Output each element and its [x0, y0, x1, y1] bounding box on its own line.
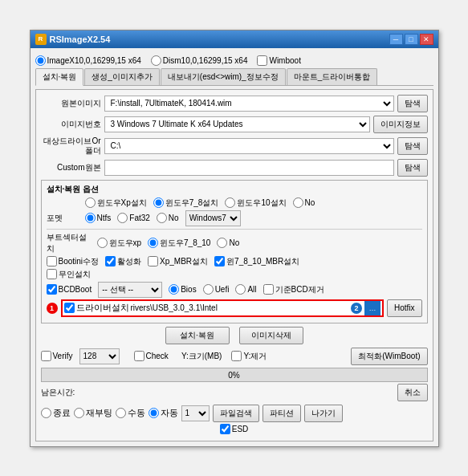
- manual-radio[interactable]: [116, 408, 126, 418]
- tab-setup-restore[interactable]: 설치·복원: [35, 68, 84, 86]
- reboot-radio[interactable]: [74, 408, 84, 418]
- close-button[interactable]: ✕: [420, 34, 433, 45]
- target-select[interactable]: C:\: [104, 138, 394, 154]
- size-select[interactable]: 128: [79, 348, 120, 364]
- bootini-item[interactable]: Bootini수정: [47, 256, 100, 267]
- bootini-checkbox[interactable]: [47, 256, 57, 266]
- bcd-clear-item[interactable]: 기준BCD제거: [263, 284, 324, 295]
- dism-radio-item[interactable]: Dism10,0,16299,15 x64: [151, 55, 248, 66]
- maximize-button[interactable]: □: [405, 34, 418, 45]
- driver-browse-button[interactable]: …: [364, 301, 381, 315]
- hotfix-button[interactable]: Hotfix: [387, 299, 422, 317]
- options-title: 설치·복원 옵션: [47, 184, 422, 195]
- manual-item[interactable]: 수동: [116, 407, 145, 419]
- ntfs-label: Ntfs: [97, 214, 112, 222]
- target-browse-button[interactable]: 탐색: [397, 137, 428, 155]
- end-radio[interactable]: [41, 408, 51, 418]
- target-row: 대상드라이브Or 폴더 C:\ 탐색: [41, 136, 428, 156]
- bios-radio[interactable]: [169, 284, 179, 295]
- delete-image-button[interactable]: 이미지삭제: [239, 327, 303, 344]
- win10-install-radio[interactable]: [225, 197, 235, 208]
- auto-item[interactable]: 자동: [149, 407, 178, 419]
- image-num-select[interactable]: 3 Windows 7 Ultimate K x64 Updates: [104, 116, 370, 132]
- activate-item[interactable]: 활성화: [105, 256, 141, 267]
- partition-button[interactable]: 파티션: [262, 405, 301, 422]
- win10-install-item[interactable]: 윈도우10설치: [225, 197, 286, 209]
- boot-78-item[interactable]: 윈도우7_8_10: [148, 238, 210, 249]
- custom-browse-button[interactable]: 탐색: [397, 159, 428, 177]
- imagex-radio-item[interactable]: ImageX10,0,16299,15 x64: [35, 55, 141, 66]
- esd-checkbox[interactable]: [220, 424, 230, 434]
- image-info-button[interactable]: 이미지정보: [373, 116, 428, 133]
- activate-label: 활성화: [117, 256, 141, 267]
- nofmt-item[interactable]: No: [157, 213, 179, 223]
- wimboot-checkbox[interactable]: [257, 55, 267, 66]
- check-item[interactable]: Check: [134, 351, 169, 361]
- y-remove-item[interactable]: Y:제거: [231, 351, 267, 362]
- unattend-item[interactable]: 무인설치: [47, 269, 91, 280]
- bcd-clear-checkbox[interactable]: [263, 284, 274, 295]
- bcd-select[interactable]: -- 선택 --: [98, 282, 162, 298]
- win78-install-item[interactable]: 윈도우7_8설치: [153, 197, 219, 209]
- driver-checkbox[interactable]: [64, 303, 75, 313]
- boot-no-item[interactable]: No: [217, 238, 239, 248]
- tab-export[interactable]: 내보내기(esd<>wim)_정보수정: [161, 68, 286, 85]
- win78-mbr-checkbox[interactable]: [214, 256, 225, 266]
- y-remove-checkbox[interactable]: [231, 351, 242, 361]
- dism-radio[interactable]: [151, 55, 161, 66]
- verify-checkbox[interactable]: [41, 351, 51, 361]
- uefi-item[interactable]: Uefi: [203, 284, 230, 295]
- end-item[interactable]: 종료: [41, 407, 71, 419]
- wimboot-radio-item[interactable]: Wimboot: [257, 55, 300, 66]
- install-restore-button[interactable]: 설치·복원: [165, 327, 230, 344]
- win78-mbr-item[interactable]: 윈7_8_10_MBR설치: [214, 256, 299, 267]
- num-select[interactable]: 1: [181, 405, 210, 421]
- bcdboot-label: BCDBoot: [59, 285, 92, 294]
- cancel-button[interactable]: 취소: [397, 384, 428, 401]
- bcdboot-checkbox[interactable]: [47, 284, 57, 295]
- minimize-button[interactable]: ─: [389, 34, 403, 45]
- win78-install-radio[interactable]: [153, 197, 164, 208]
- imagex-radio[interactable]: [35, 55, 46, 66]
- bcdboot-item[interactable]: BCDBoot: [47, 284, 92, 295]
- target-label: 대상드라이브Or 폴더: [41, 136, 101, 156]
- progress-bar-container: 0%: [41, 368, 428, 382]
- activate-checkbox[interactable]: [105, 256, 116, 266]
- verify-item[interactable]: Verify: [41, 351, 73, 361]
- format-select[interactable]: Windows7: [185, 210, 241, 226]
- nofmt-radio[interactable]: [157, 213, 167, 223]
- boot-xp-radio[interactable]: [97, 238, 108, 248]
- boot-78-radio[interactable]: [148, 238, 158, 248]
- no-install-item[interactable]: No: [293, 197, 315, 208]
- check-checkbox[interactable]: [134, 351, 144, 361]
- tab-mount-driver[interactable]: 마운트_드라이버통합: [287, 68, 378, 85]
- driver-path: rivers\USB_3.0_3.1\Intel: [131, 303, 349, 312]
- no-install-radio[interactable]: [293, 197, 303, 208]
- all-item[interactable]: All: [235, 284, 256, 295]
- fat32-radio[interactable]: [117, 213, 128, 223]
- esd-item[interactable]: ESD: [220, 424, 249, 434]
- uefi-radio[interactable]: [203, 284, 214, 295]
- ntfs-item[interactable]: Ntfs: [85, 213, 112, 223]
- bios-item[interactable]: Bios: [169, 284, 196, 295]
- all-radio[interactable]: [235, 284, 246, 295]
- boot-no-radio[interactable]: [217, 238, 227, 248]
- source-browse-button[interactable]: 탐색: [397, 95, 428, 112]
- auto-radio[interactable]: [149, 408, 159, 418]
- boot-xp-item[interactable]: 윈도우xp: [97, 238, 142, 249]
- source-select[interactable]: F:\install, 7UltimateK, 180414.wim: [104, 96, 394, 112]
- file-search-button[interactable]: 파일검색: [213, 405, 259, 422]
- winxp-install-radio[interactable]: [85, 197, 96, 208]
- ntfs-radio[interactable]: [85, 213, 96, 223]
- wimboot-label: Wimboot: [269, 56, 300, 65]
- xp-mbr-checkbox[interactable]: [148, 256, 158, 266]
- reboot-item[interactable]: 재부팅: [74, 407, 112, 419]
- fat32-item[interactable]: Fat32: [117, 213, 150, 223]
- tab-create-image[interactable]: 생성_이미지추가: [84, 68, 160, 85]
- optimize-button[interactable]: 최적화(WimBoot): [351, 348, 427, 365]
- xp-mbr-item[interactable]: Xp_MBR설치: [148, 256, 208, 267]
- winxp-install-item[interactable]: 윈도우Xp설치: [85, 197, 147, 209]
- next-button[interactable]: 나가기: [304, 405, 343, 422]
- custom-input[interactable]: [104, 160, 394, 176]
- unattend-checkbox[interactable]: [47, 269, 57, 279]
